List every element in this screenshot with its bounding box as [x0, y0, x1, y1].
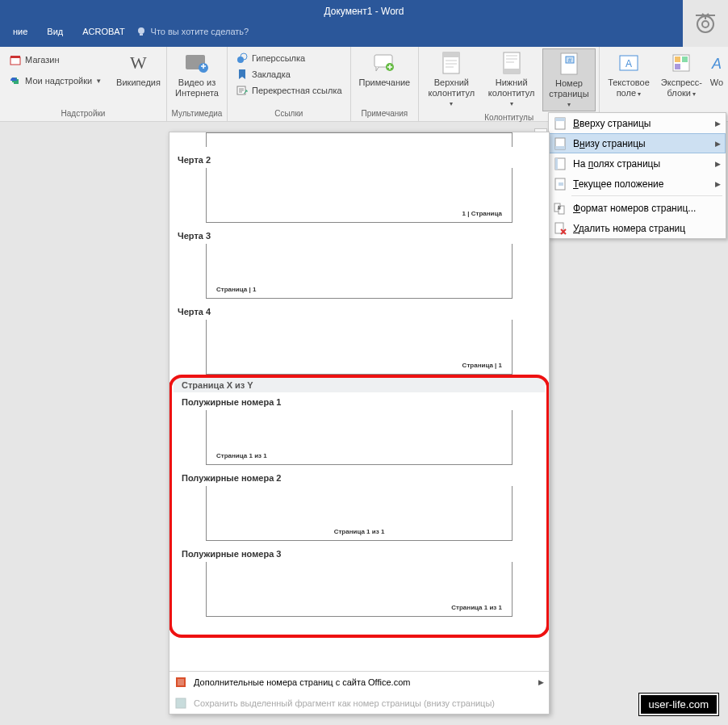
help-icon[interactable]: [683, 0, 728, 47]
menu-page-margins[interactable]: На полях страницыНа полях страницы ▶: [549, 153, 726, 174]
svg-rect-24: [682, 57, 688, 62]
ribbon-tabs: ние Вид ACROBAT Что вы хотите сделать?: [0, 23, 728, 47]
watermark: user-life.com: [639, 694, 718, 715]
chevron-right-icon: ▶: [538, 678, 544, 686]
preview-text: Страница | 1: [216, 286, 256, 293]
menu-remove-numbers[interactable]: Удалить номера страницУдалить номера стр…: [549, 218, 726, 238]
header-icon: [438, 50, 464, 76]
group-links-label: Ссылки: [274, 107, 303, 119]
gallery-item[interactable]: Черта 3 Страница | 1: [169, 226, 549, 302]
comment-icon: [371, 50, 397, 76]
group-comments-label: Примечания: [362, 107, 408, 119]
menu-format-numbers[interactable]: # Формат номеров страниц...Формат номеро…: [549, 198, 726, 218]
tell-me[interactable]: Что вы хотите сделать?: [136, 27, 249, 36]
bookmark-label: Закладка: [252, 69, 291, 79]
cross-reference-button[interactable]: Перекрестная ссылка: [232, 82, 345, 98]
chevron-down-icon: ▾: [636, 90, 641, 98]
gallery-item[interactable]: Полужирные номера 1 Страница 1 из 1: [174, 392, 545, 468]
remove-icon: [554, 222, 567, 235]
svg-text:#: #: [558, 205, 561, 211]
svg-rect-32: [555, 158, 558, 170]
menu-top-of-page[interactable]: ВВверху страницыверху страницы ▶: [549, 113, 726, 133]
quick-parts-button[interactable]: Экспресс- блоки ▾: [656, 48, 707, 99]
svg-rect-41: [176, 698, 186, 708]
top-page-icon: [554, 117, 567, 130]
gallery-item[interactable]: [169, 132, 549, 150]
store-label: Магазин: [25, 55, 59, 65]
video-label2: Интернета: [175, 88, 219, 98]
chevron-down-icon: ▾: [510, 100, 513, 107]
gallery-preview: Страница 1 из 1: [206, 410, 513, 465]
wikipedia-label: Википедия: [116, 78, 161, 88]
preview-text: 1 | Страница: [462, 210, 502, 217]
page-number-gallery: Черта 2 1 | Страница Черта 3 Страница | …: [169, 132, 550, 715]
svg-point-9: [241, 53, 247, 60]
ribbon: Магазин Мои надстройки ▼ W Википедия Над…: [0, 47, 728, 122]
margins-icon: [554, 157, 567, 170]
my-addins-button[interactable]: Мои надстройки ▼: [6, 73, 105, 89]
bookmark-button[interactable]: Закладка: [232, 66, 345, 82]
chevron-down-icon: ▾: [567, 101, 571, 108]
comment-label: Примечание: [359, 78, 411, 88]
store-button[interactable]: Магазин: [6, 52, 105, 68]
header-label2: колонтитул: [429, 88, 475, 98]
current-pos-icon: [554, 178, 567, 191]
more-from-office[interactable]: Дополнительные номера страниц с сайта Of…: [169, 672, 549, 693]
page-number-menu: ВВверху страницыверху страницы ▶ Внизу с…: [548, 112, 726, 239]
video-label1: Видео из: [178, 78, 215, 88]
chevron-right-icon: ▶: [715, 180, 721, 188]
gallery-item[interactable]: Черта 4 Страница | 1: [169, 302, 549, 378]
gallery-item[interactable]: Полужирные номера 3 Страница 1 из 1: [174, 544, 545, 620]
svg-rect-30: [555, 146, 565, 149]
textbox-icon: A: [616, 50, 642, 76]
crossref-icon: [236, 84, 249, 97]
chevron-down-icon: ▼: [95, 78, 102, 85]
textbox-button[interactable]: A Текстовое поле ▾: [603, 48, 655, 99]
textbox-label2: поле: [617, 88, 636, 98]
svg-point-2: [138, 27, 144, 34]
preview-text: Страница 1 из 1: [216, 452, 267, 459]
save-label: Сохранить выделенный фрагмент как номер …: [194, 698, 495, 708]
save-icon: [174, 697, 187, 710]
title-bar: Документ1 - Word: [0, 0, 728, 23]
tab-acrobat[interactable]: ACROBAT: [74, 24, 132, 39]
save-selection: Сохранить выделенный фрагмент как номер …: [169, 693, 549, 714]
menu-current-position[interactable]: Текущее положениеТекущее положение ▶: [549, 174, 726, 194]
gallery-section-header: Страница X из Y: [174, 378, 545, 392]
preview-text: Страница | 1: [462, 362, 502, 369]
gallery-item-title: Черта 4: [178, 307, 541, 316]
addins-icon: [9, 74, 22, 87]
online-video-button[interactable]: Видео из Интернета: [170, 48, 224, 99]
group-media-label: Мультимедиа: [172, 107, 223, 119]
link-icon: [236, 52, 249, 65]
gallery-preview: Страница 1 из 1: [206, 562, 513, 617]
menu-bottom-of-page[interactable]: Внизу страницыВнизу страницы ▶: [549, 133, 726, 153]
hyperlink-button[interactable]: Гиперссылка: [232, 50, 345, 66]
store-icon: [9, 53, 22, 66]
page-number-button[interactable]: # Номер страницы ▾: [542, 48, 596, 111]
gallery-item[interactable]: Черта 2 1 | Страница: [169, 150, 549, 226]
gallery-item[interactable]: Полужирные номера 2 Страница 1 из 1: [174, 468, 545, 544]
highlighted-section: Страница X из Y Полужирные номера 1 Стра…: [172, 378, 546, 635]
svg-rect-28: [555, 118, 565, 121]
page-number-icon: #: [556, 51, 582, 77]
footer-icon: [499, 50, 525, 76]
comment-button[interactable]: Примечание: [354, 48, 416, 90]
group-addins-label: Надстройки: [61, 107, 106, 119]
preview-text: Страница 1 из 1: [451, 604, 502, 611]
quickparts-icon: [668, 50, 694, 76]
wikipedia-button[interactable]: W Википедия: [111, 48, 165, 90]
header-label1: Верхний: [434, 78, 469, 88]
tell-me-text: Что вы хотите сделать?: [151, 27, 249, 36]
tab-view[interactable]: Вид: [39, 24, 71, 39]
tab-partial[interactable]: ние: [5, 24, 36, 39]
bookmark-icon: [236, 68, 249, 81]
wordart-button[interactable]: A Wo: [709, 48, 725, 90]
svg-rect-25: [675, 64, 680, 69]
menu-separator: [571, 195, 722, 196]
footer-button[interactable]: Нижний колонтитул ▾: [483, 48, 541, 110]
pagenum-label1: Номер: [555, 78, 583, 89]
format-icon: #: [554, 202, 567, 215]
header-button[interactable]: Верхний колонтитул ▾: [422, 48, 480, 110]
chevron-down-icon: ▾: [450, 100, 453, 107]
